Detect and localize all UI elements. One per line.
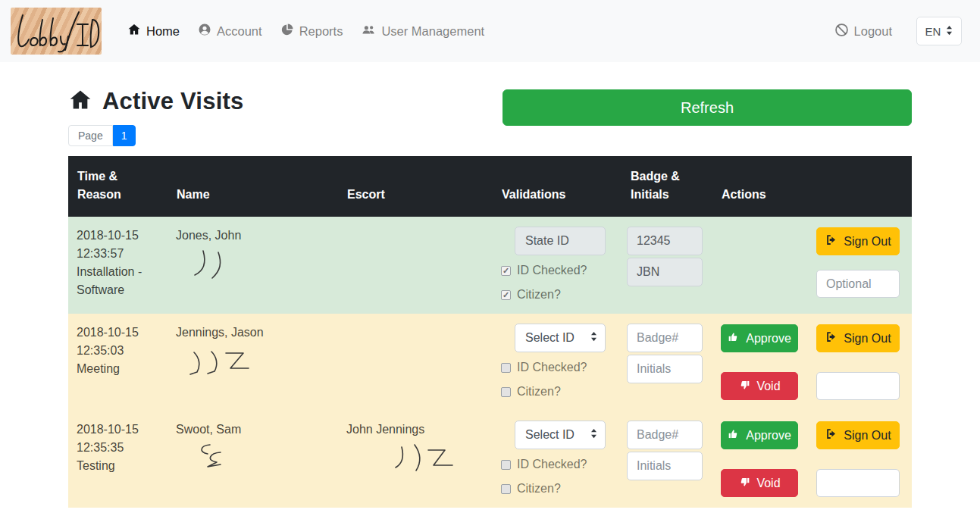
visit-time: 12:35:35	[77, 439, 159, 457]
id-checked-checkbox[interactable]	[501, 266, 511, 276]
sign-out-button[interactable]: Sign Out	[816, 227, 900, 255]
citizen-label: Citizen?	[517, 480, 561, 498]
language-value: EN	[925, 25, 941, 38]
citizen-checkbox[interactable]	[501, 387, 511, 397]
sign-out-label: Sign Out	[844, 429, 891, 443]
approve-label: Approve	[746, 332, 791, 346]
visit-time: 12:35:03	[77, 342, 159, 360]
validations-cell: Select ID ID Checked? Citizen?	[493, 314, 622, 411]
actions-left-column	[721, 227, 798, 298]
col-header-validations: Validations	[493, 156, 622, 217]
sign-out-icon	[825, 427, 838, 443]
name-cell: Swoot, Sam	[168, 411, 338, 508]
refresh-button[interactable]: Refresh	[503, 89, 912, 126]
pie-chart-icon	[280, 23, 294, 39]
citizen-checkbox[interactable]	[501, 484, 511, 494]
logout-button[interactable]: Logout	[828, 17, 898, 46]
logout-label: Logout	[854, 24, 892, 39]
sign-out-button[interactable]: Sign Out	[816, 421, 900, 449]
updown-arrows-icon	[946, 25, 953, 38]
badge-initials-cell	[622, 314, 712, 411]
badge-number-input[interactable]	[627, 227, 703, 255]
escort-signature-image	[392, 440, 460, 478]
badge-number-input[interactable]	[627, 421, 703, 449]
escort-cell	[338, 314, 493, 411]
updown-arrows-icon	[590, 329, 597, 347]
name-cell: Jones, John	[168, 217, 338, 314]
visitor-signature-image	[186, 440, 240, 478]
citizen-checkbox-row: Citizen?	[501, 383, 613, 401]
visit-date: 2018-10-15	[77, 421, 159, 439]
col-header-name: Name	[168, 156, 338, 217]
language-select[interactable]: EN	[916, 17, 962, 45]
nav-item-reports[interactable]: Reports	[274, 17, 349, 45]
escort-name: John Jennings	[346, 421, 484, 439]
nav-item-account[interactable]: Account	[192, 17, 268, 45]
id-checked-checkbox[interactable]	[501, 460, 511, 470]
table-header-row: Time & Reason Name Escort Validations Ba…	[68, 156, 912, 217]
id-checked-label: ID Checked?	[517, 261, 587, 280]
initials-input[interactable]	[627, 452, 703, 480]
main-nav: Home Account Reports User Management	[121, 17, 828, 45]
sign-out-button[interactable]: Sign Out	[816, 324, 900, 352]
visit-time: 12:33:57	[77, 245, 159, 263]
visitor-signature-image	[186, 246, 240, 284]
void-button[interactable]: Void	[721, 469, 798, 497]
badge-number-input[interactable]	[627, 324, 703, 352]
actions-cell: Approve Void	[712, 314, 912, 411]
void-label: Void	[756, 380, 780, 393]
ban-icon	[834, 23, 849, 40]
sign-out-icon	[825, 233, 838, 249]
visit-date: 2018-10-15	[77, 227, 159, 245]
visitor-name: Swoot, Sam	[176, 421, 330, 439]
col-header-escort: Escort	[338, 156, 493, 217]
approve-button[interactable]: Approve	[721, 324, 798, 352]
citizen-checkbox[interactable]	[501, 290, 511, 300]
escort-cell: John Jennings	[338, 411, 493, 508]
escort-cell	[338, 217, 493, 314]
void-label: Void	[756, 477, 780, 490]
visit-reason: Testing	[77, 457, 159, 475]
optional-input[interactable]	[816, 372, 900, 400]
id-type-select[interactable]: Select ID	[515, 421, 606, 449]
home-icon	[127, 23, 141, 39]
thumbs-down-icon	[738, 379, 750, 394]
optional-input[interactable]	[816, 270, 900, 298]
users-icon	[361, 23, 376, 39]
nav-item-user-management[interactable]: User Management	[355, 17, 490, 45]
id-type-select-value: Select ID	[525, 426, 575, 444]
table-row-visit-1: 2018-10-15 12:33:57 Installation - Softw…	[68, 217, 912, 314]
name-cell: Jennings, Jason	[168, 314, 338, 411]
col-header-badge-initials: Badge & Initials	[622, 156, 712, 217]
actions-cell: Approve Void	[712, 411, 912, 508]
citizen-checkbox-row: Citizen?	[501, 480, 613, 498]
nav-item-label: Reports	[299, 24, 343, 39]
user-circle-icon	[198, 23, 211, 39]
brand-logo[interactable]	[11, 8, 102, 55]
badge-initials-cell	[622, 411, 712, 508]
id-checked-checkbox[interactable]	[501, 363, 511, 373]
time-reason-cell: 2018-10-15 12:33:57 Installation - Softw…	[68, 217, 168, 314]
thumbs-down-icon	[738, 476, 750, 491]
time-reason-cell: 2018-10-15 12:35:03 Meeting	[68, 314, 168, 411]
id-checked-label: ID Checked?	[517, 455, 587, 474]
id-type-select[interactable]: Select ID	[515, 324, 606, 352]
thumbs-up-icon	[728, 331, 740, 346]
initials-input[interactable]	[627, 258, 703, 286]
badge-initials-cell	[622, 217, 712, 314]
nav-item-home[interactable]: Home	[121, 17, 186, 45]
sign-out-label: Sign Out	[844, 235, 891, 249]
pagination-page-1[interactable]: 1	[113, 125, 136, 146]
id-checked-checkbox-row: ID Checked?	[501, 455, 613, 474]
approve-label: Approve	[746, 429, 791, 443]
approve-button[interactable]: Approve	[721, 421, 798, 449]
time-reason-cell: 2018-10-15 12:35:35 Testing	[68, 411, 168, 508]
void-button[interactable]: Void	[721, 372, 798, 400]
pagination: Page 1	[68, 125, 136, 146]
pagination-label[interactable]: Page	[68, 125, 113, 146]
visitor-name: Jennings, Jason	[176, 324, 330, 342]
visit-date: 2018-10-15	[77, 324, 159, 342]
initials-input[interactable]	[627, 355, 703, 383]
visit-reason: Installation - Software	[77, 263, 159, 299]
optional-input[interactable]	[816, 469, 900, 497]
